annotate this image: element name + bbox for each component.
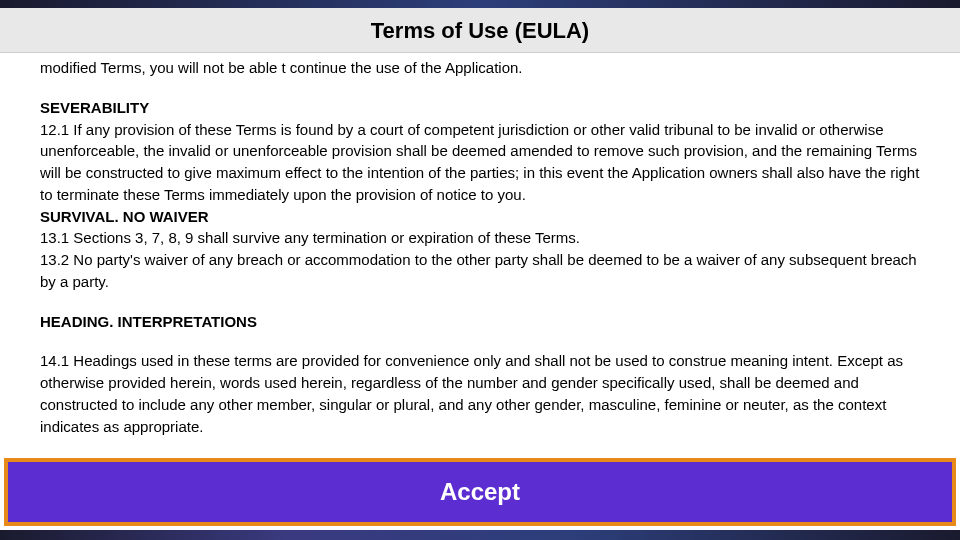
dialog-title: Terms of Use (EULA) <box>0 18 960 44</box>
bottom-decorative-bar <box>0 530 960 540</box>
survival-body-2: 13.2 No party's waiver of any breach or … <box>40 249 920 293</box>
top-decorative-bar <box>0 0 960 8</box>
severability-heading: SEVERABILITY <box>40 97 920 119</box>
dialog-header: Terms of Use (EULA) <box>0 8 960 53</box>
severability-body: 12.1 If any provision of these Terms is … <box>40 119 920 206</box>
footer-button-container: Accept <box>0 454 960 530</box>
terms-truncated-line: modified Terms, you will not be able t c… <box>40 53 920 79</box>
terms-content[interactable]: modified Terms, you will not be able t c… <box>0 53 960 454</box>
survival-heading: SURVIVAL. NO WAIVER <box>40 206 920 228</box>
heading-interpretations-body: 14.1 Headings used in these terms are pr… <box>40 350 920 437</box>
heading-interpretations-heading: HEADING. INTERPRETATIONS <box>40 311 920 333</box>
survival-body-1: 13.1 Sections 3, 7, 8, 9 shall survive a… <box>40 227 920 249</box>
accept-button[interactable]: Accept <box>4 458 956 526</box>
